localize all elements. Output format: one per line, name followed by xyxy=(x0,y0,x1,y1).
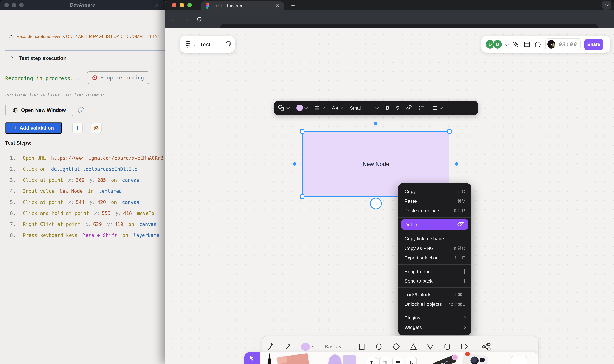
back-button[interactable]: ← xyxy=(171,15,177,23)
menu-item-paste-to-replace[interactable]: Paste to replace⇧⌘R xyxy=(398,206,471,215)
stamp-tool[interactable] xyxy=(406,357,417,364)
templates-button[interactable] xyxy=(523,41,530,48)
comment-bubble-button[interactable] xyxy=(535,41,541,48)
menu-item-send-to-back[interactable]: Send to back[ xyxy=(398,276,471,286)
step-part: 544 xyxy=(76,199,84,205)
select-tool-active[interactable] xyxy=(244,352,260,364)
info-icon[interactable]: i xyxy=(78,107,84,113)
add-connected-node-button[interactable]: ↓ xyxy=(370,198,382,209)
node-label[interactable]: New Node xyxy=(363,161,389,167)
avatar[interactable]: D xyxy=(493,39,502,49)
menu-item-plugins[interactable]: Plugins xyxy=(398,313,471,322)
tab-close-icon[interactable]: ✕ xyxy=(276,3,279,9)
shape-diamond-tool[interactable] xyxy=(387,342,405,351)
menu-item-copy[interactable]: Copy⌘C xyxy=(398,187,471,196)
browser-tab[interactable]: Test – FigJam ✕ xyxy=(201,1,284,10)
menu-item-bring-to-front[interactable]: Bring to front] xyxy=(398,266,471,276)
forward-button[interactable]: → xyxy=(183,15,189,23)
step-number: 5. xyxy=(10,197,23,208)
shape-triangle-up-tool[interactable] xyxy=(405,342,422,351)
shape-category-dropdown[interactable]: Basic xyxy=(318,344,349,349)
shape-color-button[interactable] xyxy=(297,342,318,351)
camera-viewfinder-icon xyxy=(480,358,485,362)
section-tool[interactable] xyxy=(379,357,390,364)
text-align-button[interactable] xyxy=(429,105,446,111)
close-window-button[interactable] xyxy=(172,3,176,7)
browser-window-controls[interactable] xyxy=(172,3,192,7)
menu-item-unlock-all[interactable]: Unlock all objects⌥⇧⌘L xyxy=(398,299,471,309)
resize-handle-ne[interactable] xyxy=(447,129,452,134)
menu-item-lock-unlock[interactable]: Lock/Unlock⇧⌘L xyxy=(398,290,471,299)
add-validation-button[interactable]: + Add validation xyxy=(5,122,62,134)
stop-recording-button[interactable]: Stop recording xyxy=(87,71,149,84)
menu-item-widgets[interactable]: Widgets xyxy=(398,322,471,332)
step-part: y: xyxy=(90,177,95,183)
test-step-row: 6.Click and hold at pointx:553y:418moveT… xyxy=(0,208,165,219)
menu-item-export-selection[interactable]: Export selection...⇧⌘E xyxy=(398,253,471,262)
swap-shape-button[interactable] xyxy=(274,104,293,112)
connector-dot-top[interactable] xyxy=(374,122,377,125)
frame-tool[interactable] xyxy=(392,357,404,364)
bullet-list-button[interactable] xyxy=(415,105,428,111)
open-new-window-button[interactable]: Open New Window xyxy=(5,104,73,116)
zoom-window-button[interactable] xyxy=(187,3,192,7)
menu-item-copy-as-png[interactable]: Copy as PNG⇧⌘C xyxy=(398,243,471,253)
shape-ellipse-tool[interactable] xyxy=(370,342,387,351)
share-button[interactable]: Share xyxy=(584,39,603,50)
bold-button[interactable]: B xyxy=(382,105,392,111)
stop-recording-label: Stop recording xyxy=(101,75,144,81)
font-button[interactable]: Aa xyxy=(328,105,346,111)
file-menu[interactable]: Test xyxy=(180,36,220,53)
camera-sticker[interactable] xyxy=(463,353,487,364)
board-switcher-button[interactable] xyxy=(220,36,235,53)
shape-tool-square[interactable] xyxy=(343,355,356,364)
shape-tool-ellipse[interactable] xyxy=(328,354,342,364)
mindmap-icon xyxy=(482,342,491,351)
strikethrough-button[interactable]: S xyxy=(392,105,403,111)
test-step-execution-accordion[interactable]: Test step execution xyxy=(5,51,165,66)
menu-item-delete[interactable]: Delete⌫ xyxy=(401,219,468,230)
warning-banner-text: Recorder captures events ONLY AFTER PAGE… xyxy=(16,34,159,39)
menu-item-paste[interactable]: Paste⌘V xyxy=(398,196,471,206)
shape-pentagon-tool[interactable] xyxy=(456,342,473,351)
marker-tool[interactable] xyxy=(267,353,272,364)
sticky-note-tool[interactable] xyxy=(277,353,311,364)
banner-close-icon[interactable]: ✕ xyxy=(155,3,159,8)
step-part: textarea xyxy=(99,188,122,194)
zoom-window-button[interactable] xyxy=(19,3,24,7)
music-timer-widget[interactable]: ♪ ★ 03:00 xyxy=(545,38,580,51)
shape-square-tool[interactable] xyxy=(349,342,370,351)
step-part: 420 xyxy=(97,199,106,205)
reload-button[interactable] xyxy=(196,17,202,22)
minimize-window-button[interactable] xyxy=(12,3,16,7)
fill-style-button[interactable] xyxy=(311,105,328,111)
connector-dot-left[interactable] xyxy=(293,162,296,166)
resize-handle-sw[interactable] xyxy=(300,194,304,199)
new-tab-button[interactable]: + xyxy=(288,1,297,10)
figjam-canvas[interactable]: Test D D xyxy=(165,28,614,364)
menu-item-copy-link[interactable]: Copy link to shape xyxy=(398,234,471,243)
curved-connector-tool[interactable] xyxy=(262,342,280,351)
text-tool[interactable]: T xyxy=(366,357,377,364)
test-step-row: 7.Right Click at pointx:629y:419oncanvas xyxy=(0,219,165,230)
font-size-dropdown[interactable]: Small xyxy=(347,105,382,111)
close-window-button[interactable] xyxy=(4,3,9,7)
connector-dot-right[interactable] xyxy=(455,162,458,166)
flower-sticker[interactable] xyxy=(453,355,457,360)
fill-color-button[interactable] xyxy=(293,104,311,111)
mindmap-tool[interactable] xyxy=(477,342,496,351)
add-tool-button[interactable]: + xyxy=(511,356,527,364)
cookie-button[interactable] xyxy=(91,123,102,133)
resize-handle-nw[interactable] xyxy=(300,129,304,134)
chevron-down-icon[interactable] xyxy=(505,42,509,46)
browser-menu-icon[interactable]: ⋮ xyxy=(605,15,611,22)
tab-overflow-button[interactable] xyxy=(602,1,611,10)
link-button[interactable] xyxy=(403,105,415,111)
ai-sparkle-button[interactable] xyxy=(512,41,519,48)
straight-connector-tool[interactable] xyxy=(280,342,297,351)
minimize-window-button[interactable] xyxy=(180,3,184,7)
shape-rounded-rect-tool[interactable] xyxy=(439,342,456,351)
add-step-button[interactable]: + xyxy=(72,123,83,133)
window-controls[interactable] xyxy=(4,3,24,7)
shape-triangle-down-tool[interactable] xyxy=(422,342,439,351)
